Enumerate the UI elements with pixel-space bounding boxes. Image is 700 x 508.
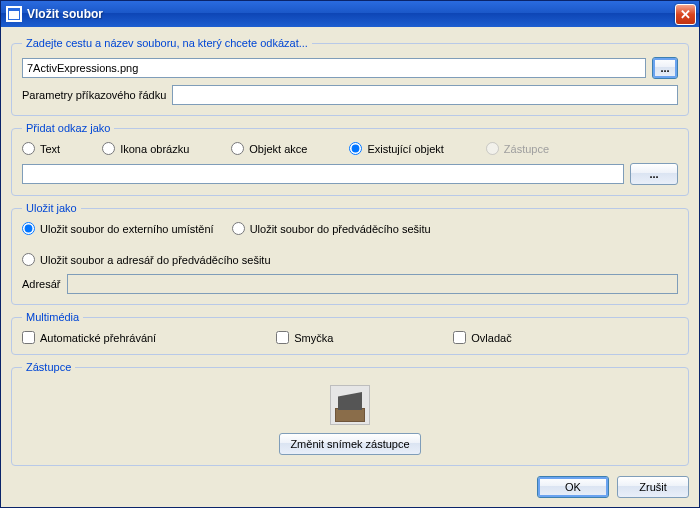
radio-save-both[interactable]: Uložit soubor a adresář do předváděcího … (22, 253, 271, 266)
dialog-footer: OK Zrušit (11, 472, 689, 498)
fieldset-save-as: Uložit jako Uložit soubor do externího u… (11, 202, 689, 305)
directory-input (67, 274, 678, 294)
radio-existing-label: Existující objekt (367, 143, 443, 155)
radio-save-external-label: Uložit soubor do externího umístění (40, 223, 214, 235)
check-controller-label: Ovladač (471, 332, 511, 344)
params-label: Parametry příkazového řádku (22, 89, 166, 101)
cancel-button[interactable]: Zrušit (617, 476, 689, 498)
window-title: Vložit soubor (27, 7, 675, 21)
link-target-input[interactable] (22, 164, 624, 184)
fieldset-multimedia: Multimédia Automatické přehrávání Smyčka… (11, 311, 689, 355)
radio-icon-label: Ikona obrázku (120, 143, 189, 155)
close-button[interactable]: ✕ (675, 4, 696, 25)
check-loop[interactable]: Smyčka (276, 331, 333, 344)
radio-placeholder-label: Zástupce (504, 143, 549, 155)
radio-save-flipchart[interactable]: Uložit soubor do předváděcího sešitu (232, 222, 431, 235)
radio-save-both-input[interactable] (22, 253, 35, 266)
radio-placeholder-input (486, 142, 499, 155)
radio-action[interactable]: Objekt akce (231, 142, 307, 155)
legend-path: Zadejte cestu a název souboru, na který … (22, 37, 312, 49)
radio-existing-input[interactable] (349, 142, 362, 155)
box-icon (335, 408, 365, 422)
browse-link-button[interactable]: ... (630, 163, 678, 185)
dialog-window: Vložit soubor ✕ Zadejte cestu a název so… (0, 0, 700, 508)
radio-save-both-label: Uložit soubor a adresář do předváděcího … (40, 254, 271, 266)
check-loop-label: Smyčka (294, 332, 333, 344)
placeholder-thumbnail (330, 385, 370, 425)
fieldset-placeholder: Zástupce Změnit snímek zástupce (11, 361, 689, 466)
legend-link-as: Přidat odkaz jako (22, 122, 114, 134)
radio-text[interactable]: Text (22, 142, 60, 155)
check-loop-input[interactable] (276, 331, 289, 344)
file-path-input[interactable] (22, 58, 646, 78)
radio-action-input[interactable] (231, 142, 244, 155)
radio-save-external-input[interactable] (22, 222, 35, 235)
fieldset-link-as: Přidat odkaz jako Text Ikona obrázku Obj… (11, 122, 689, 196)
radio-save-external[interactable]: Uložit soubor do externího umístění (22, 222, 214, 235)
check-controller[interactable]: Ovladač (453, 331, 511, 344)
dialog-content: Zadejte cestu a název souboru, na který … (1, 27, 699, 507)
radio-icon[interactable]: Ikona obrázku (102, 142, 189, 155)
check-autoplay-input[interactable] (22, 331, 35, 344)
legend-save-as: Uložit jako (22, 202, 81, 214)
radio-save-flipchart-input[interactable] (232, 222, 245, 235)
radio-text-input[interactable] (22, 142, 35, 155)
change-placeholder-button[interactable]: Změnit snímek zástupce (279, 433, 420, 455)
titlebar: Vložit soubor ✕ (1, 1, 699, 27)
clapper-icon (338, 392, 362, 410)
ok-button[interactable]: OK (537, 476, 609, 498)
radio-placeholder: Zástupce (486, 142, 549, 155)
fieldset-path: Zadejte cestu a název souboru, na který … (11, 37, 689, 116)
legend-placeholder: Zástupce (22, 361, 75, 373)
check-autoplay-label: Automatické přehrávání (40, 332, 156, 344)
legend-multimedia: Multimédia (22, 311, 83, 323)
radio-action-label: Objekt akce (249, 143, 307, 155)
check-controller-input[interactable] (453, 331, 466, 344)
directory-label: Adresář (22, 278, 61, 290)
check-autoplay[interactable]: Automatické přehrávání (22, 331, 156, 344)
radio-existing[interactable]: Existující objekt (349, 142, 443, 155)
close-icon: ✕ (680, 7, 691, 22)
browse-file-button[interactable]: ... (652, 57, 678, 79)
radio-icon-input[interactable] (102, 142, 115, 155)
params-input[interactable] (172, 85, 678, 105)
app-icon (6, 6, 22, 22)
radio-text-label: Text (40, 143, 60, 155)
radio-save-flipchart-label: Uložit soubor do předváděcího sešitu (250, 223, 431, 235)
